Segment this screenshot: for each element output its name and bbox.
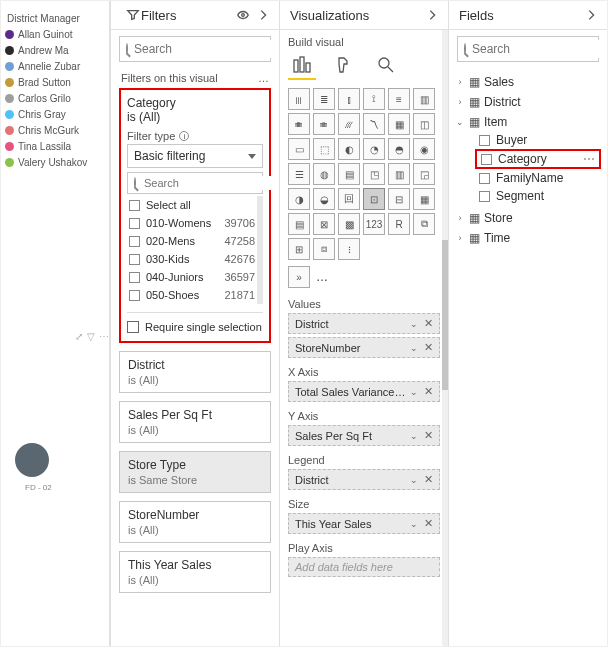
viz-type-icon[interactable]: ▦ bbox=[413, 188, 435, 210]
checkbox[interactable] bbox=[129, 236, 140, 247]
viz-type-icon[interactable]: ◲ bbox=[413, 163, 435, 185]
get-more-visuals-icon[interactable]: » bbox=[288, 266, 310, 288]
info-icon[interactable]: i bbox=[179, 131, 189, 141]
legend-item[interactable]: Annelie Zubar bbox=[5, 61, 105, 72]
filter-card[interactable]: Districtis (All) bbox=[119, 351, 271, 393]
viz-type-icon[interactable]: ⊠ bbox=[313, 213, 335, 235]
caret-icon[interactable]: ⌄ bbox=[455, 117, 465, 127]
viz-type-icon[interactable]: ◳ bbox=[363, 163, 385, 185]
viz-type-icon[interactable]: ◒ bbox=[313, 188, 335, 210]
analytics-tab[interactable] bbox=[372, 52, 400, 80]
chevron-down-icon[interactable]: ⌄ bbox=[410, 431, 418, 441]
legend-item[interactable]: Andrew Ma bbox=[5, 45, 105, 56]
scrollbar-thumb[interactable] bbox=[442, 240, 448, 390]
field-well-empty[interactable]: Add data fields here bbox=[288, 557, 440, 577]
checkbox[interactable] bbox=[129, 218, 140, 229]
viz-type-icon[interactable]: ⊟ bbox=[388, 188, 410, 210]
legend-item[interactable]: Brad Sutton bbox=[5, 77, 105, 88]
viz-type-icon[interactable]: ⫶ bbox=[338, 238, 360, 260]
build-visual-tab[interactable] bbox=[288, 52, 316, 80]
remove-icon[interactable]: ✕ bbox=[424, 341, 433, 354]
table-node[interactable]: ›▦District bbox=[455, 92, 601, 112]
viz-type-icon[interactable]: ⧈ bbox=[313, 238, 335, 260]
collapse-icon[interactable] bbox=[255, 7, 271, 23]
field-item[interactable]: Buyer bbox=[475, 131, 601, 149]
filter-card[interactable]: This Year Salesis (All) bbox=[119, 551, 271, 593]
more-icon[interactable]: … bbox=[316, 270, 328, 284]
viz-type-icon[interactable]: ⧉ bbox=[413, 213, 435, 235]
filter-icon[interactable]: ▽ bbox=[87, 331, 95, 342]
more-icon[interactable]: ⋯ bbox=[99, 331, 109, 342]
filter-values-search[interactable] bbox=[127, 172, 263, 194]
field-well-item[interactable]: District⌄✕ bbox=[288, 313, 440, 334]
filter-values-search-input[interactable] bbox=[142, 176, 279, 190]
scrollbar[interactable] bbox=[442, 30, 448, 646]
legend-item[interactable]: Chris Gray bbox=[5, 109, 105, 120]
field-well-item[interactable]: Total Sales Variance %⌄✕ bbox=[288, 381, 440, 402]
legend-item[interactable]: Tina Lassila bbox=[5, 141, 105, 152]
caret-icon[interactable]: › bbox=[455, 77, 465, 87]
filter-value-row[interactable]: 050-Shoes21871 bbox=[127, 286, 257, 304]
scrollbar-thumb[interactable] bbox=[257, 196, 263, 236]
caret-icon[interactable]: › bbox=[455, 233, 465, 243]
viz-type-icon[interactable]: ≡ bbox=[388, 88, 410, 110]
checkbox[interactable] bbox=[479, 135, 490, 146]
focus-mode-icon[interactable]: ⤢ bbox=[75, 331, 83, 342]
viz-type-icon[interactable]: ▥ bbox=[388, 163, 410, 185]
viz-type-icon[interactable]: ◍ bbox=[313, 163, 335, 185]
filter-value-row[interactable]: 010-Womens39706 bbox=[127, 214, 257, 232]
filter-value-row[interactable]: 020-Mens47258 bbox=[127, 232, 257, 250]
remove-icon[interactable]: ✕ bbox=[424, 517, 433, 530]
remove-icon[interactable]: ✕ bbox=[424, 317, 433, 330]
viz-type-icon[interactable]: ◓ bbox=[388, 138, 410, 160]
legend-item[interactable]: Valery Ushakov bbox=[5, 157, 105, 168]
more-icon[interactable]: ⋯ bbox=[583, 152, 595, 166]
field-item[interactable]: Segment bbox=[475, 187, 601, 205]
chevron-down-icon[interactable]: ⌄ bbox=[410, 343, 418, 353]
viz-type-icon[interactable]: ⬚ bbox=[313, 138, 335, 160]
viz-type-icon[interactable]: ◑ bbox=[288, 188, 310, 210]
viz-type-icon[interactable]: ⩩ bbox=[288, 113, 310, 135]
viz-type-icon[interactable]: 回 bbox=[338, 188, 360, 210]
field-item[interactable]: Category⋯ bbox=[475, 149, 601, 169]
table-node[interactable]: ›▦Store bbox=[455, 208, 601, 228]
checkbox[interactable] bbox=[129, 272, 140, 283]
checkbox[interactable] bbox=[479, 191, 490, 202]
viz-type-icon[interactable]: R bbox=[388, 213, 410, 235]
viz-type-icon[interactable]: ⫿ bbox=[338, 88, 360, 110]
chevron-down-icon[interactable]: ⌄ bbox=[410, 519, 418, 529]
viz-type-icon[interactable]: ⫼ bbox=[288, 88, 310, 110]
remove-icon[interactable]: ✕ bbox=[424, 385, 433, 398]
chevron-down-icon[interactable]: ⌄ bbox=[410, 387, 418, 397]
more-icon[interactable]: … bbox=[258, 72, 269, 84]
filter-value-row[interactable]: 030-Kids42676 bbox=[127, 250, 257, 268]
viz-type-icon[interactable]: ⊡ bbox=[363, 188, 385, 210]
caret-icon[interactable]: › bbox=[455, 213, 465, 223]
viz-type-icon[interactable]: ▦ bbox=[388, 113, 410, 135]
checkbox[interactable] bbox=[129, 254, 140, 265]
checkbox[interactable] bbox=[127, 321, 139, 333]
filter-type-dropdown[interactable]: Basic filtering bbox=[127, 144, 263, 168]
field-item[interactable]: FamilyName bbox=[475, 169, 601, 187]
viz-type-icon[interactable]: ⊞ bbox=[288, 238, 310, 260]
view-icon[interactable] bbox=[235, 7, 251, 23]
viz-type-icon[interactable]: ⫻ bbox=[338, 113, 360, 135]
table-node[interactable]: ›▦Time bbox=[455, 228, 601, 248]
viz-type-icon[interactable]: ◫ bbox=[413, 113, 435, 135]
caret-icon[interactable]: › bbox=[455, 97, 465, 107]
table-node[interactable]: ›▦Sales bbox=[455, 72, 601, 92]
viz-type-icon[interactable]: ▩ bbox=[338, 213, 360, 235]
viz-type-icon[interactable]: ⩨ bbox=[313, 113, 335, 135]
chevron-down-icon[interactable]: ⌄ bbox=[410, 319, 418, 329]
scatter-visual[interactable]: ⤢ ▽ ⋯ FD - 02 0% bbox=[1, 331, 110, 591]
collapse-icon[interactable] bbox=[424, 7, 440, 23]
viz-type-icon[interactable]: ◔ bbox=[363, 138, 385, 160]
viz-type-icon[interactable]: ◐ bbox=[338, 138, 360, 160]
filter-card[interactable]: Store Typeis Same Store bbox=[119, 451, 271, 493]
filters-search[interactable] bbox=[119, 36, 271, 62]
viz-type-icon[interactable]: ▤ bbox=[338, 163, 360, 185]
require-single-selection[interactable]: Require single selection bbox=[127, 312, 263, 333]
viz-type-icon[interactable]: ☰ bbox=[288, 163, 310, 185]
fields-search-input[interactable] bbox=[472, 40, 607, 58]
chevron-down-icon[interactable]: ⌄ bbox=[410, 475, 418, 485]
